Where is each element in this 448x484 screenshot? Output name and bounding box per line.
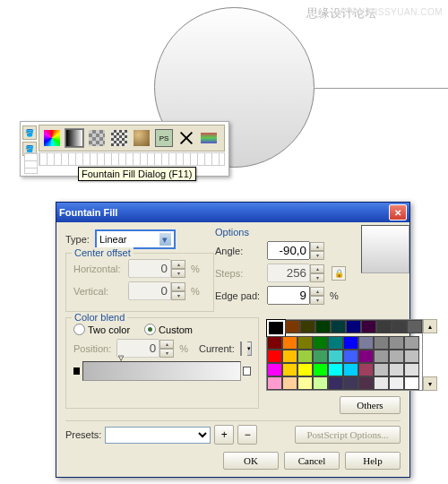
others-button[interactable]: Others	[340, 396, 401, 414]
colorblend-legend: Color blend	[72, 312, 127, 323]
color-docker-icon[interactable]	[199, 128, 219, 148]
gradient-preview	[361, 225, 409, 273]
current-dropdown-icon[interactable]: ▾	[247, 341, 252, 356]
uniform-fill-icon[interactable]	[42, 128, 62, 148]
type-label: Type:	[65, 234, 90, 245]
presets-combo[interactable]	[105, 427, 211, 444]
color-swatch[interactable]	[282, 350, 297, 363]
color-swatch[interactable]	[404, 376, 419, 390]
color-swatch[interactable]	[297, 376, 313, 390]
horizontal-spinner: ▴▾	[128, 259, 185, 278]
color-swatch[interactable]	[404, 363, 419, 376]
color-swatch[interactable]	[404, 336, 419, 350]
color-swatch[interactable]	[267, 363, 282, 376]
color-swatch[interactable]	[358, 350, 374, 363]
type-combo[interactable]: Linear ▾	[95, 229, 176, 249]
gradient-marker-end[interactable]	[243, 367, 251, 376]
steps-label: Steps:	[215, 268, 262, 279]
fill-tool-icon[interactable]: 🪣	[22, 125, 37, 140]
color-swatch[interactable]	[282, 336, 297, 350]
color-swatch[interactable]	[313, 336, 328, 350]
pattern-fill-icon[interactable]	[87, 128, 107, 148]
edgepad-input[interactable]	[267, 286, 310, 305]
custom-label: Custom	[159, 324, 193, 335]
color-swatch[interactable]	[389, 376, 404, 390]
color-swatch[interactable]	[267, 350, 282, 363]
color-swatch[interactable]	[282, 363, 297, 376]
position-label: Position:	[73, 343, 111, 354]
palette-up-button[interactable]: ▴	[423, 319, 437, 333]
gradient-bar[interactable]: ▽	[73, 361, 251, 381]
color-swatch[interactable]	[300, 320, 315, 333]
color-swatch[interactable]	[404, 350, 419, 363]
current-swatch[interactable]	[240, 341, 242, 356]
angle-input[interactable]	[267, 241, 310, 260]
twocolor-radio[interactable]: Two color	[73, 324, 130, 335]
color-swatch[interactable]	[328, 336, 343, 350]
titlebar[interactable]: Fountain Fill ✕	[56, 203, 409, 222]
ok-button[interactable]: OK	[223, 452, 279, 470]
color-swatch[interactable]	[328, 376, 343, 390]
preset-remove-button[interactable]: −	[237, 425, 257, 445]
color-swatch[interactable]	[297, 350, 313, 363]
color-swatch[interactable]	[358, 336, 374, 350]
color-swatch[interactable]	[313, 376, 328, 390]
color-swatch[interactable]	[285, 320, 300, 333]
gradient-handle-icon[interactable]: ▽	[118, 354, 124, 362]
color-swatch[interactable]	[267, 376, 282, 390]
color-swatch[interactable]	[374, 336, 389, 350]
color-swatch[interactable]	[267, 320, 285, 336]
gradient-strip[interactable]	[82, 361, 241, 381]
color-swatch[interactable]	[297, 363, 313, 376]
color-swatch[interactable]	[358, 363, 374, 376]
fountain-fill-icon[interactable]	[65, 128, 84, 148]
color-swatch[interactable]	[389, 336, 404, 350]
fill-flyout-panel: 🪣 🪣 PS Fountain Fill Dialog (F11)	[20, 121, 229, 177]
lock-icon[interactable]: 🔒	[332, 266, 346, 281]
gradient-marker-start[interactable]	[73, 367, 80, 375]
angle-spinner[interactable]: ▴▾	[267, 241, 324, 260]
color-swatch[interactable]	[374, 350, 389, 363]
bitmap-pattern-icon[interactable]	[109, 128, 129, 148]
vertical-spinner: ▴▾	[128, 281, 185, 300]
percent-label: %	[191, 264, 200, 274]
color-swatch[interactable]	[389, 363, 404, 376]
palette-down-button[interactable]: ▾	[423, 376, 437, 391]
color-swatch[interactable]	[343, 336, 358, 350]
color-swatch[interactable]	[328, 363, 343, 376]
color-swatch[interactable]	[374, 376, 389, 390]
color-swatch[interactable]	[389, 350, 404, 363]
color-swatch[interactable]	[361, 320, 376, 333]
color-swatch[interactable]	[313, 363, 328, 376]
color-swatch[interactable]	[358, 376, 374, 390]
ruler-vertical	[24, 152, 38, 174]
color-swatch[interactable]	[392, 320, 407, 333]
color-swatch[interactable]	[297, 336, 313, 350]
no-fill-icon[interactable]	[177, 128, 196, 148]
color-swatch[interactable]	[407, 320, 422, 333]
postscript-fill-icon[interactable]: PS	[154, 128, 174, 148]
cancel-button[interactable]: Cancel	[284, 452, 340, 470]
color-swatch[interactable]	[267, 336, 282, 350]
color-swatch[interactable]	[282, 376, 297, 390]
texture-fill-icon[interactable]	[132, 128, 151, 148]
color-swatch[interactable]	[343, 363, 358, 376]
current-label: Current:	[199, 343, 235, 354]
chevron-down-icon[interactable]: ▾	[159, 233, 171, 246]
color-swatch[interactable]	[328, 350, 343, 363]
help-button[interactable]: Help	[345, 452, 401, 470]
edgepad-spinner[interactable]: ▴▾	[267, 286, 324, 305]
color-swatch[interactable]	[331, 320, 346, 333]
color-swatch[interactable]	[313, 350, 328, 363]
color-swatch[interactable]	[315, 320, 331, 333]
preset-add-button[interactable]: +	[214, 425, 234, 445]
custom-radio[interactable]: Custom	[144, 324, 193, 335]
color-swatch[interactable]	[343, 350, 358, 363]
close-button[interactable]: ✕	[389, 204, 407, 220]
color-swatch[interactable]	[376, 320, 392, 333]
percent-label-4: %	[179, 343, 188, 354]
steps-input	[267, 264, 310, 282]
color-swatch[interactable]	[374, 363, 389, 376]
color-swatch[interactable]	[343, 376, 358, 390]
color-swatch[interactable]	[346, 320, 361, 333]
